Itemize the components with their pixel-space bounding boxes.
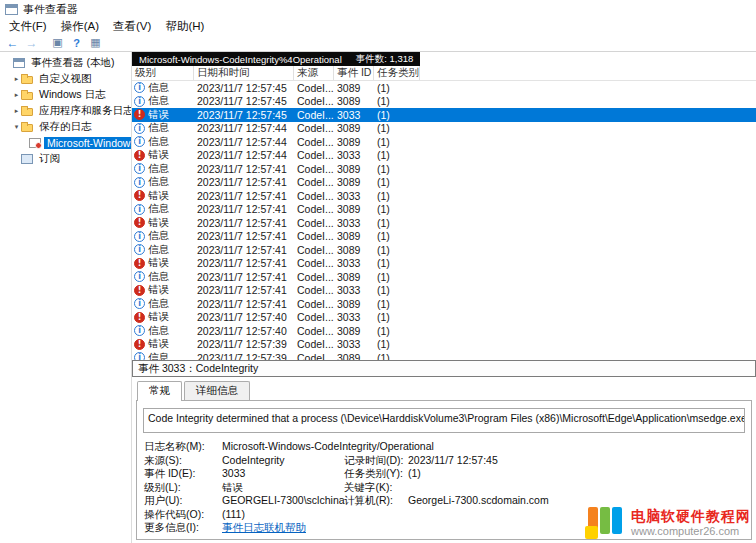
- table-row[interactable]: 信息 2023/11/7 12:57:44 CodeI... 3089 (1): [132, 135, 756, 149]
- table-row[interactable]: 错误 2023/11/7 12:57:41 CodeI... 3033 (1): [132, 216, 756, 230]
- main-area: 事件查看器 (本地) ▸ 自定义视图 ▸ Windows 日志 ▸: [0, 52, 756, 543]
- table-row[interactable]: 错误 2023/11/7 12:57:39 CodeI... 3033 (1): [132, 338, 756, 352]
- level-text: 信息: [148, 135, 169, 149]
- console-tree-button[interactable]: ▣: [49, 35, 66, 50]
- tree-item[interactable]: ▸ Windows 日志: [0, 87, 131, 103]
- level-text: 错误: [148, 216, 169, 230]
- event-list: 信息 2023/11/7 12:57:45 CodeI... 3089 (1) …: [132, 81, 756, 360]
- cell-datetime: 2023/11/7 12:57:41: [194, 190, 294, 202]
- watermark-text: 电脑软硬件教程网 www.computer26.com: [631, 508, 751, 537]
- tree-item-icon: [21, 154, 33, 164]
- tree-item[interactable]: 订阅: [0, 151, 131, 167]
- table-row[interactable]: 信息 2023/11/7 12:57:39 CodeI... 3089 (1): [132, 351, 756, 360]
- field-row: 级别(L): 错误 关键字(K):: [144, 481, 744, 495]
- tree-item-label: Microsoft-Windows-Co: [44, 137, 131, 149]
- cell-task-category: (1): [374, 352, 420, 360]
- tree-item[interactable]: Microsoft-Windows-Co: [0, 135, 131, 151]
- level-text: 信息: [148, 297, 169, 311]
- level-text: 错误: [148, 283, 169, 297]
- column-source[interactable]: 来源: [294, 66, 334, 80]
- detail-tabs: 常规 详细信息: [132, 377, 756, 400]
- cell-datetime: 2023/11/7 12:57:41: [194, 244, 294, 256]
- cell-task-category: (1): [374, 176, 420, 188]
- cell-source: CodeI...: [294, 82, 334, 94]
- menu-help[interactable]: 帮助(H): [158, 19, 211, 34]
- table-row[interactable]: 错误 2023/11/7 12:57:40 CodeI... 3033 (1): [132, 311, 756, 325]
- tree-expand-icon[interactable]: ▾: [12, 123, 21, 131]
- forward-arrow-icon: →: [26, 36, 38, 50]
- cell-source: CodeI...: [294, 298, 334, 310]
- tree-expand-icon[interactable]: ▸: [12, 91, 21, 99]
- watermark: 电脑软硬件教程网 www.computer26.com: [587, 506, 751, 540]
- column-level[interactable]: 级别: [132, 66, 194, 80]
- table-row[interactable]: 信息 2023/11/7 12:57:40 CodeI... 3089 (1): [132, 324, 756, 338]
- table-row[interactable]: 信息 2023/11/7 12:57:41 CodeI... 3089 (1): [132, 203, 756, 217]
- table-row[interactable]: 错误 2023/11/7 12:57:44 CodeI... 3033 (1): [132, 149, 756, 163]
- level-icon: [134, 271, 145, 282]
- table-row[interactable]: 错误 2023/11/7 12:57:41 CodeI... 3033 (1): [132, 284, 756, 298]
- column-event-id[interactable]: 事件 ID: [334, 66, 374, 80]
- tree-item[interactable]: ▸ 应用程序和服务日志: [0, 103, 131, 119]
- event-description-box[interactable]: Code Integrity determined that a process…: [143, 408, 745, 433]
- cell-task-category: (1): [374, 82, 420, 94]
- tree-expand-icon[interactable]: ▸: [12, 75, 21, 83]
- cell-datetime: 2023/11/7 12:57:45: [194, 109, 294, 121]
- cell-event-id: 3033: [334, 149, 374, 161]
- actions-pane-button[interactable]: ▦: [87, 35, 104, 50]
- table-row[interactable]: 信息 2023/11/7 12:57:41 CodeI... 3089 (1): [132, 243, 756, 257]
- tree-item-label: 事件查看器 (本地): [28, 56, 117, 70]
- help-button[interactable]: ?: [68, 35, 85, 50]
- tab-details[interactable]: 详细信息: [184, 381, 250, 400]
- field-row: 日志名称(M): Microsoft-Windows-CodeIntegrity…: [144, 440, 744, 454]
- cell-datetime: 2023/11/7 12:57:41: [194, 230, 294, 242]
- level-icon: [134, 285, 145, 296]
- tree-item[interactable]: ▸ 自定义视图: [0, 71, 131, 87]
- table-row[interactable]: 信息 2023/11/7 12:57:45 CodeI... 3089 (1): [132, 81, 756, 95]
- tree-item[interactable]: ▾ 保存的日志: [0, 119, 131, 135]
- window-title: 事件查看器: [23, 2, 78, 17]
- level-text: 信息: [148, 162, 169, 176]
- table-row[interactable]: 信息 2023/11/7 12:57:41 CodeI... 3089 (1): [132, 230, 756, 244]
- cell-event-id: 3089: [334, 163, 374, 175]
- cell-event-id: 3089: [334, 176, 374, 188]
- table-row[interactable]: 信息 2023/11/7 12:57:45 CodeI... 3089 (1): [132, 95, 756, 109]
- menu-action[interactable]: 操作(A): [54, 19, 106, 34]
- tree-item-icon: [21, 76, 33, 84]
- detail-header-bar: 事件 3033：CodeIntegrity: [132, 360, 756, 377]
- level-text: 信息: [148, 94, 169, 108]
- tree-item[interactable]: 事件查看器 (本地): [0, 55, 131, 71]
- menu-file[interactable]: 文件(F): [2, 19, 54, 34]
- cell-event-id: 3033: [334, 109, 374, 121]
- tree-expand-icon[interactable]: ▸: [12, 107, 21, 115]
- field-value: 错误: [222, 481, 344, 495]
- table-row[interactable]: 信息 2023/11/7 12:57:44 CodeI... 3089 (1): [132, 122, 756, 136]
- column-task-category[interactable]: 任务类别: [374, 66, 420, 80]
- forward-button[interactable]: →: [23, 35, 40, 50]
- level-icon: [134, 204, 145, 215]
- cell-datetime: 2023/11/7 12:57:41: [194, 257, 294, 269]
- cell-task-category: (1): [374, 149, 420, 161]
- table-row[interactable]: 信息 2023/11/7 12:57:41 CodeI... 3089 (1): [132, 270, 756, 284]
- cell-source: CodeI...: [294, 149, 334, 161]
- field-value: CodeIntegrity: [222, 454, 344, 468]
- field-value[interactable]: 事件日志联机帮助: [222, 521, 344, 535]
- level-icon: [134, 312, 145, 323]
- table-row[interactable]: 错误 2023/11/7 12:57:41 CodeI... 3033 (1): [132, 257, 756, 271]
- cell-datetime: 2023/11/7 12:57:44: [194, 149, 294, 161]
- table-row[interactable]: 信息 2023/11/7 12:57:41 CodeI... 3089 (1): [132, 162, 756, 176]
- table-row[interactable]: 错误 2023/11/7 12:57:41 CodeI... 3033 (1): [132, 189, 756, 203]
- cell-task-category: (1): [374, 338, 420, 350]
- cell-task-category: (1): [374, 190, 420, 202]
- cell-task-category: (1): [374, 136, 420, 148]
- watermark-site-name: 电脑软硬件教程网: [631, 508, 751, 525]
- table-row[interactable]: 信息 2023/11/7 12:57:41 CodeI... 3089 (1): [132, 176, 756, 190]
- cell-datetime: 2023/11/7 12:57:39: [194, 352, 294, 360]
- menu-view[interactable]: 查看(V): [106, 19, 158, 34]
- content-area: Microsoft-Windows-CodeIntegrity%4Operati…: [132, 52, 756, 543]
- table-row[interactable]: 错误 2023/11/7 12:57:45 CodeI... 3033 (1): [132, 108, 756, 122]
- column-datetime[interactable]: 日期和时间: [194, 66, 294, 80]
- table-row[interactable]: 信息 2023/11/7 12:57:41 CodeI... 3089 (1): [132, 297, 756, 311]
- back-button[interactable]: ←: [4, 35, 21, 50]
- tab-general[interactable]: 常规: [137, 381, 182, 401]
- field-value: GEORGELI-7300\sclchina: [222, 494, 344, 508]
